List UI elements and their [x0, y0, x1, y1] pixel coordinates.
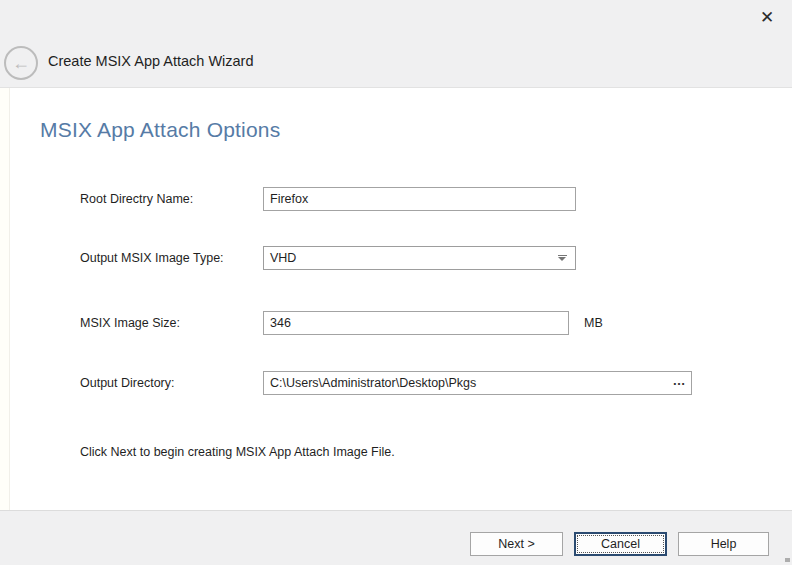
cancel-button[interactable]: Cancel — [574, 532, 667, 556]
chevron-down-icon — [558, 254, 567, 262]
page-title: MSIX App Attach Options — [40, 118, 280, 142]
back-arrow-icon: ← — [12, 54, 30, 72]
resize-grip — [785, 558, 790, 562]
image-size-input[interactable] — [263, 311, 569, 335]
help-button[interactable]: Help — [678, 532, 769, 556]
browse-ellipsis-icon[interactable]: … — [671, 372, 691, 394]
close-icon[interactable]: ✕ — [755, 5, 779, 29]
wizard-header: ✕ ← Create MSIX App Attach Wizard — [0, 0, 792, 88]
image-type-label: Output MSIX Image Type: — [80, 251, 224, 265]
image-type-dropdown[interactable]: VHD — [263, 246, 576, 270]
root-directory-input[interactable] — [263, 187, 576, 211]
wizard-title: Create MSIX App Attach Wizard — [48, 53, 254, 69]
image-size-unit-label: MB — [584, 316, 603, 330]
output-directory-input[interactable] — [264, 372, 671, 394]
next-instruction-text: Click Next to begin creating MSIX App At… — [80, 445, 395, 459]
next-button[interactable]: Next > — [470, 532, 563, 556]
image-size-label: MSIX Image Size: — [80, 316, 180, 330]
left-edge-strip — [0, 88, 10, 510]
output-directory-label: Output Directory: — [80, 376, 174, 390]
output-directory-field: … — [263, 371, 692, 395]
image-type-value: VHD — [270, 251, 558, 265]
root-directory-label: Root Directry Name: — [80, 192, 193, 206]
footer-bar: Next > Cancel Help — [0, 510, 792, 565]
back-button[interactable]: ← — [4, 46, 38, 80]
